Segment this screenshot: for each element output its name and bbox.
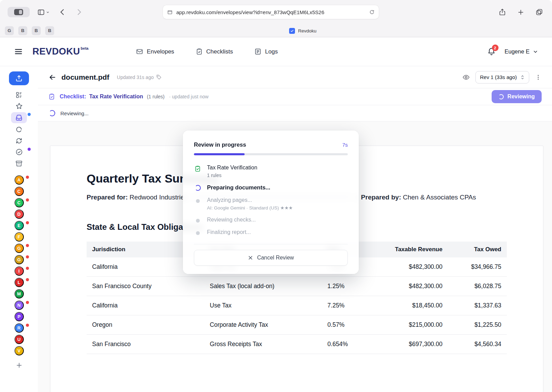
step-sublabel: 1 rules (207, 173, 257, 178)
back-button[interactable] (57, 7, 68, 17)
sidebar-item-sync[interactable] (11, 135, 27, 146)
contact-avatar-u[interactable]: U (14, 335, 24, 344)
forward-button[interactable] (74, 7, 84, 17)
contact-avatar-g[interactable]: G (14, 244, 24, 253)
sidebar-item-templates[interactable] (11, 89, 27, 100)
contact-avatar-p[interactable]: P (14, 312, 24, 321)
nav-logs[interactable]: Logs (254, 48, 278, 55)
document-updated: Updated 31s ago (117, 74, 162, 80)
pending-dot-icon (194, 197, 201, 203)
table-cell: $6,028.75 (448, 277, 507, 296)
tab-overview-button[interactable] (534, 7, 544, 17)
pinned-tab[interactable]: G (5, 26, 14, 35)
contact-avatar-c[interactable]: C (14, 187, 24, 196)
back-to-list-button[interactable] (48, 73, 57, 81)
sidebar-item-approved[interactable] (11, 146, 27, 158)
sidebar-item-in-progress[interactable] (11, 124, 27, 135)
notification-dot (26, 301, 29, 304)
checklists-icon (196, 48, 203, 55)
contact-avatar-e[interactable]: E (14, 221, 24, 230)
notifications-button[interactable]: 2 (487, 47, 496, 56)
logo[interactable]: REVDOKU beta (32, 47, 88, 56)
contact-avatar-n[interactable]: N (14, 301, 24, 310)
table-cell: 0.57% (322, 315, 376, 335)
clipboard-check-icon (194, 165, 201, 172)
updated-text: Updated 31s ago (117, 75, 154, 80)
contact-avatar-d[interactable]: D (14, 209, 24, 219)
user-menu[interactable]: Eugene E (505, 48, 538, 55)
sidebar-toggle-button[interactable] (36, 7, 51, 17)
contact-avatar-f[interactable]: F (14, 232, 24, 242)
address-bar[interactable]: app.revdoku.com/envelopes/view?id=env_87… (163, 5, 379, 19)
upload-button[interactable] (9, 71, 29, 85)
browser-toolbar: app.revdoku.com/envelopes/view?id=env_87… (0, 0, 552, 24)
revision-select[interactable]: Rev 1 (33s ago) (475, 71, 529, 84)
kebab-icon (535, 74, 542, 81)
pinned-tab[interactable]: B (32, 26, 41, 35)
pinned-tab[interactable]: B (45, 26, 54, 35)
window-controls-button[interactable] (8, 7, 30, 17)
share-button[interactable] (497, 7, 507, 17)
table-row: San FranciscoGross Receipts Tax0.654%$69… (87, 335, 507, 354)
revision-label: Rev 1 (33s ago) (480, 74, 517, 80)
archive-icon (15, 160, 23, 167)
tag-icon (156, 74, 162, 80)
contact-avatar-c[interactable]: C (14, 198, 24, 207)
review-step: Analyzing pages...AI: Google Gemini · St… (194, 194, 348, 214)
prepared-by-value: Chen & Associates CPAs (403, 194, 476, 201)
table-cell: Sales Tax (local add-on) (204, 277, 322, 296)
table-cell: Oregon (87, 315, 204, 335)
contact-avatar-i[interactable]: I (14, 266, 24, 276)
document-title: document.pdf (61, 73, 109, 81)
envelopes-icon (136, 48, 143, 55)
more-options-button[interactable] (535, 74, 542, 81)
reload-button[interactable] (369, 9, 375, 15)
left-sidebar: ACCDEFGGILMNPRUV (0, 66, 38, 392)
app-header: REVDOKU beta Envelopes Checklists Logs 2 (0, 37, 552, 66)
contact-avatar-r[interactable]: R (14, 323, 24, 333)
step-label: Finalizing report... (207, 229, 251, 235)
table-row: OregonCorporate Activity Tax0.57%$215,00… (87, 315, 507, 335)
spinner-icon (194, 184, 201, 191)
cancel-review-label: Cancel Review (257, 255, 294, 261)
upload-icon (15, 75, 23, 82)
table-cell: $1,225.50 (448, 315, 507, 335)
reviewing-status-button[interactable]: Reviewing (492, 90, 542, 103)
preview-button[interactable] (462, 74, 470, 81)
contact-avatar-l[interactable]: L (14, 278, 24, 287)
contact-avatar-a[interactable]: A (14, 175, 24, 185)
revdoku-favicon (289, 28, 295, 34)
checklist-name-link[interactable]: Tax Rate Verification (89, 94, 143, 100)
pinned-tab[interactable]: B (18, 26, 27, 35)
sidebar-item-inbox[interactable] (11, 112, 27, 123)
table-cell: $1,337.63 (448, 296, 507, 315)
contact-avatar-g[interactable]: G (14, 255, 24, 264)
review-step: Finalizing report... (194, 226, 348, 238)
cancel-review-button[interactable]: Cancel Review (194, 250, 348, 266)
new-tab-button[interactable] (516, 7, 526, 17)
chevron-right-icon (75, 8, 83, 16)
page-icon (167, 9, 173, 15)
sidebar-item-favorites[interactable] (11, 100, 27, 112)
add-contact-button[interactable] (16, 362, 23, 369)
notification-count-badge: 2 (492, 45, 499, 51)
nav-envelopes[interactable]: Envelopes (136, 48, 174, 55)
chevron-left-icon (59, 8, 66, 16)
contact-avatar-v[interactable]: V (14, 346, 24, 355)
sidebar-item-archive[interactable] (11, 158, 27, 169)
nav-checklists[interactable]: Checklists (196, 48, 233, 55)
prepared-by-label: Prepared by: (361, 194, 401, 201)
menu-button[interactable] (14, 47, 23, 56)
active-tab[interactable]: Revdoku (289, 24, 316, 37)
table-cell: 0.654% (322, 335, 376, 354)
safari-window: app.revdoku.com/envelopes/view?id=env_87… (0, 0, 552, 392)
reviewing-text: Reviewing... (60, 110, 89, 116)
checklist-updated: · updated just now (169, 94, 208, 99)
progress-circle-icon (15, 126, 23, 133)
spinner-icon (49, 110, 55, 116)
chevron-down-icon (46, 10, 50, 14)
check-circle-icon (15, 148, 23, 156)
notification-dot (26, 176, 29, 179)
contact-avatar-list: ACCDEFGGILMNPRUV (14, 175, 24, 355)
contact-avatar-m[interactable]: M (14, 289, 24, 298)
